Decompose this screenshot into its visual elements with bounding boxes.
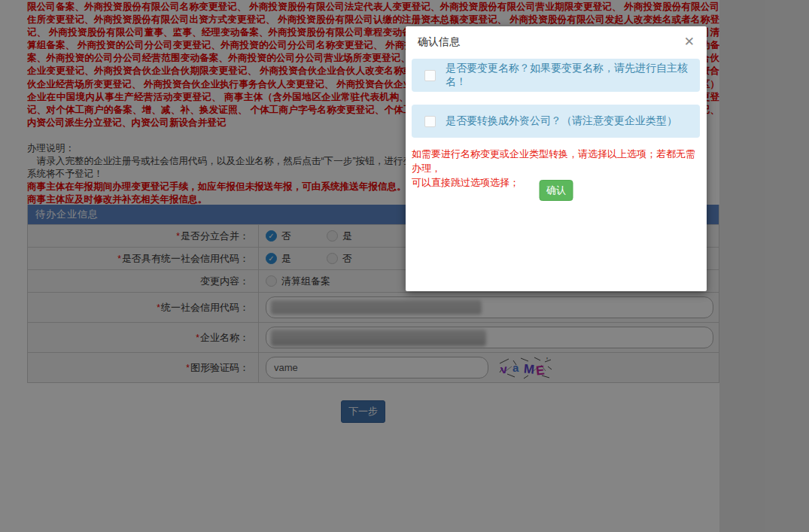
warning-line-1: 如需要进行名称变更或企业类型转换，请选择以上选项；若都无需办理， — [412, 147, 702, 175]
confirm-button[interactable]: 确认 — [540, 180, 573, 201]
option-change-name-label: 是否要变更名称？如果要变更名称，请先进行自主核名！ — [446, 62, 700, 89]
dialog-title: 确认信息 — [418, 35, 460, 49]
close-icon[interactable]: ✕ — [681, 31, 698, 53]
confirm-info-dialog: 确认信息 ✕ 是否要变更名称？如果要变更名称，请先进行自主核名！ 是否要转换成外… — [406, 26, 707, 291]
option-change-name[interactable]: 是否要变更名称？如果要变更名称，请先进行自主核名！ — [412, 59, 700, 92]
checkbox-unchecked-icon[interactable] — [424, 70, 436, 81]
checkbox-unchecked-icon[interactable] — [424, 116, 436, 127]
option-convert-foreign[interactable]: 是否要转换成外资公司？（请注意变更企业类型） — [412, 105, 700, 138]
option-convert-foreign-label: 是否要转换成外资公司？（请注意变更企业类型） — [446, 114, 677, 128]
